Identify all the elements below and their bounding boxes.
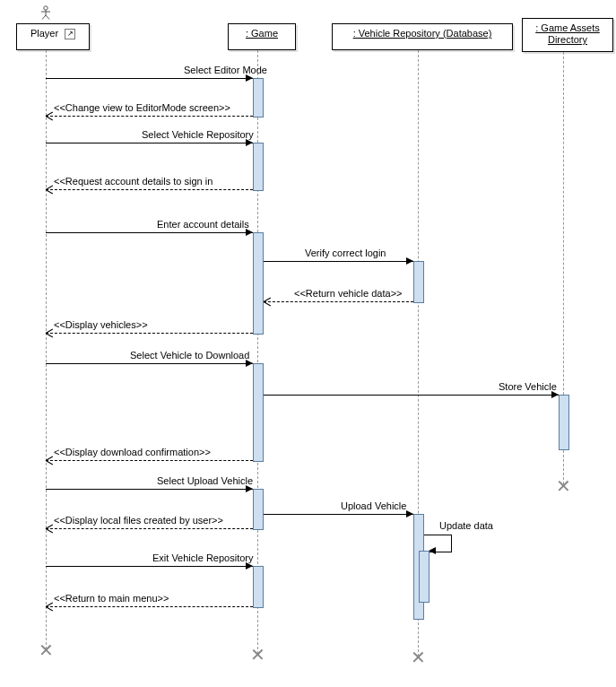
activation-assets-1 [559,395,569,450]
msg-return-request-details: <<Request account details to sign in [54,176,213,187]
line-m4 [46,363,253,364]
svg-line-3 [42,15,46,20]
line-r3 [46,333,253,334]
msg-update-data: Update data [439,520,493,531]
lifeline-game [257,50,258,654]
svg-line-4 [46,15,49,20]
participant-assets-label: : Game Assets Directory [535,22,600,45]
arrow-m3b [406,257,413,265]
msg-select-repo: Select Vehicle Repository [142,129,254,140]
participant-repo: : Vehicle Repository (Database) [332,23,513,50]
arrow-m4 [246,360,253,367]
line-r1 [46,116,253,117]
arrow-m3 [246,229,253,236]
participant-game-label: : Game [246,28,278,39]
msg-select-upload: Select Upload Vehicle [157,475,253,486]
activation-game-2 [253,143,264,191]
msg-exit-repo: Exit Vehicle Repository [152,552,254,563]
msg-display-local-files: <<Display local files created by user>> [54,515,223,526]
terminate-game: ✕ [250,644,265,665]
msg-enter-details: Enter account details [157,219,249,230]
participant-assets: : Game Assets Directory [522,18,613,52]
arrow-m5b [406,510,413,517]
line-m3 [46,232,253,233]
arrow-m1 [246,74,253,82]
msg-store-vehicle: Store Vehicle [499,381,557,392]
line-m3b [264,261,413,262]
participant-game: : Game [228,23,296,50]
arrow-m5 [246,485,253,492]
msg-select-download: Select Vehicle to Download [130,350,249,361]
activation-repo-2b [419,551,429,603]
terminate-assets: ✕ [556,475,571,497]
line-r4 [46,460,253,461]
arrow-m5c [429,547,436,554]
arrow-m4b [551,391,559,398]
arrow-m2 [246,139,253,146]
participant-player: Player ↗ [16,23,90,50]
line-m1 [46,78,253,79]
activation-repo-1 [413,261,424,303]
line-m5b [264,514,413,515]
line-r6 [46,606,253,607]
msg-return-main-menu: <<Return to main menu>> [54,593,169,604]
lifeline-player [46,50,47,649]
msg-display-vehicles: <<Display vehicles>> [54,319,148,330]
line-m5 [46,489,253,490]
link-icon: ↗ [65,29,75,39]
participant-player-label: Player [30,28,58,39]
msg-return-vehicle-data: <<Return vehicle data>> [294,288,402,299]
line-m4b [264,395,559,396]
svg-point-0 [44,6,48,10]
line-r5 [46,528,253,529]
msg-verify-login: Verify correct login [305,248,386,258]
activation-game-1 [253,78,264,117]
msg-return-editor-screen: <<Change view to EditorMode screen>> [54,102,230,113]
msg-select-editor-mode: Select Editor Mode [184,65,267,75]
activation-game-5 [253,489,264,530]
msg-display-download-conf: <<Display download confirmation>> [54,447,211,457]
actor-icon [40,5,51,22]
terminate-repo: ✕ [411,647,426,668]
terminate-player: ✕ [39,639,54,661]
line-r3b [264,301,413,302]
activation-game-4 [253,363,264,462]
line-r2 [46,189,253,190]
msg-upload-vehicle: Upload Vehicle [341,500,406,511]
activation-game-3 [253,232,264,335]
arrow-m6 [246,562,253,570]
activation-game-6 [253,566,264,608]
line-m2 [46,143,253,143]
participant-repo-label: : Vehicle Repository (Database) [353,28,492,39]
line-m6 [46,566,253,567]
